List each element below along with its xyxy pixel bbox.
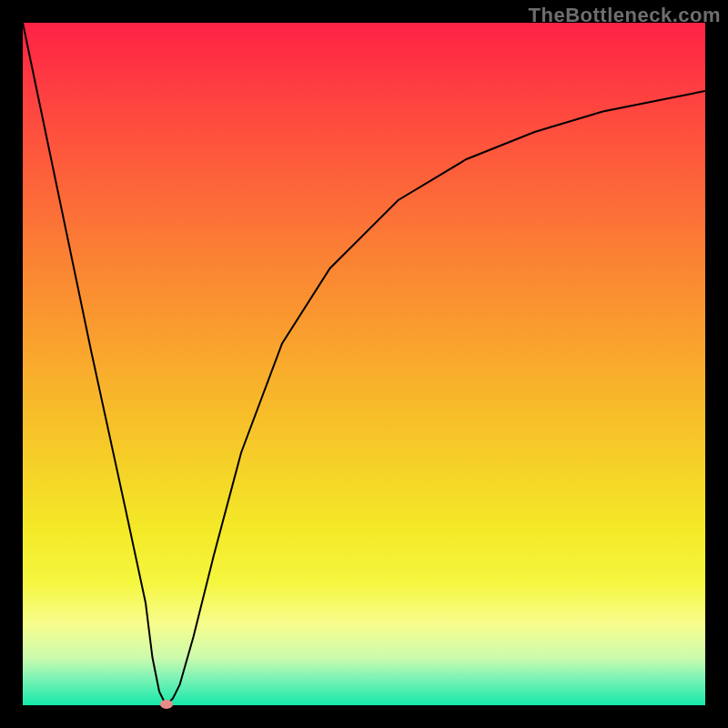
chart-curve bbox=[23, 23, 705, 705]
credit-text: TheBottleneck.com bbox=[529, 4, 721, 27]
chart-plot-area bbox=[23, 23, 705, 705]
chart-frame: TheBottleneck.com bbox=[0, 0, 728, 728]
chart-minimum-marker bbox=[160, 700, 173, 709]
chart-curve-svg bbox=[23, 23, 705, 705]
